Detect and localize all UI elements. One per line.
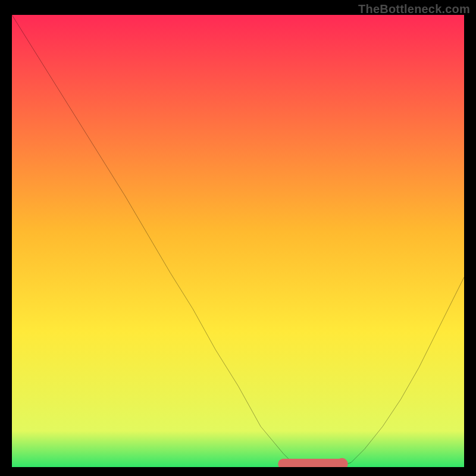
plot-area [12, 15, 464, 467]
chart-svg [12, 15, 464, 467]
watermark-text: TheBottleneck.com [358, 2, 470, 16]
chart-frame: TheBottleneck.com [0, 0, 476, 476]
gradient-background [12, 15, 464, 467]
